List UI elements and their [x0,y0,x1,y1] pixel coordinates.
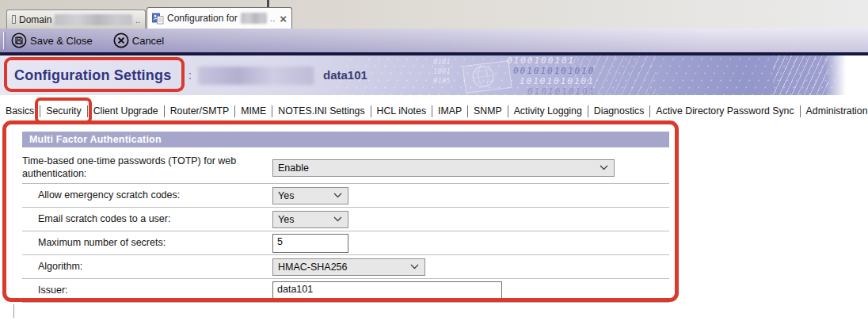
form-tab-hcl-inotes[interactable]: HCL iNotes [371,104,432,118]
field-row: Algorithm:HMAC-SHA256 [22,255,669,279]
form-tab-mime[interactable]: MIME [235,104,272,118]
field-input[interactable]: 5 [272,234,348,253]
field-label: Issuer: [22,285,268,297]
form-tab-active-directory-password-sync[interactable]: Active Directory Password Sync [650,104,799,118]
save-close-button[interactable]: Save & Close [11,32,93,48]
field-row: Email scratch codes to a user:Yes [22,208,669,231]
chevron-down-icon [410,264,419,269]
domain-tab-icon [12,15,16,24]
tab-close-icon[interactable]: × [280,13,287,25]
truncation-ellipsis: .. [135,15,140,25]
window-tab-configuration[interactable]: Configuration for .. × [147,7,292,29]
page-title: Configuration Settings [14,67,171,84]
field-label: Time-based one-time passwords (TOTP) for… [22,155,260,180]
banner-binary-digits: 0100100101001010101010101010101010101010… [507,55,596,95]
field-row: Maximum number of secrets:5 [22,231,669,255]
form-tab-security[interactable]: Security [40,104,86,118]
field-value: HMAC-SHA256 [278,262,348,273]
field-row: Time-based one-time passwords (TOTP) for… [22,152,669,184]
redacted-text [55,14,132,25]
server-name: data101 [323,68,367,82]
field-input[interactable]: data101 [272,281,502,300]
field-label: Maximum number of secrets: [22,237,268,250]
form-tab-basics[interactable]: Basics [5,104,40,118]
binary-digit-line: 0105 [433,76,451,86]
cancel-label: Cancel [132,35,164,47]
field-label: Allow emergency scratch codes: [22,189,268,202]
window-tab-label: Domain [19,14,51,25]
form-tab-imap[interactable]: IMAP [432,104,467,118]
field-select[interactable]: Yes [272,211,348,228]
save-icon [11,32,27,48]
truncation-ellipsis: .. [270,13,275,23]
configuration-doc-icon [152,13,164,25]
window-edge-artifact [267,0,269,7]
form-tab-snmp[interactable]: SNMP [468,104,508,118]
window-tab-label: Configuration for [167,13,238,24]
binary-digit-line: 0100100101 [507,55,596,66]
field-value: Enable [278,162,309,174]
field-rows: Time-based one-time passwords (TOTP) for… [22,152,669,303]
field-value: 5 [277,236,283,247]
redacted-server-path [198,67,314,85]
window-tab-domain[interactable]: Domain .. [6,10,146,29]
page-edge-artifact [13,304,14,318]
save-close-label: Save & Close [30,35,93,47]
field-row: Issuer:data101 [22,279,669,303]
field-select[interactable]: Yes [272,187,348,204]
form-tab-administration[interactable]: Administration [801,104,868,118]
field-value: Yes [278,214,294,225]
section-header: Multi Factor Authentication [22,132,669,147]
field-value: data101 [277,284,313,295]
binary-digit-line: 1001 [433,67,451,76]
form-tab-notes-ini-settings[interactable]: NOTES.INI Settings [272,104,370,118]
field-label: Algorithm: [22,261,268,273]
field-select[interactable]: Enable [272,159,615,177]
document-banner: 010110010105 010010010100101010101010101… [0,55,846,95]
redacted-text [241,13,267,24]
title-separator: : [188,69,192,82]
form-content: Multi Factor Authentication Time-based o… [22,132,669,303]
chevron-down-icon [333,216,342,222]
banner-circuit-pattern [773,55,828,95]
binary-digit-line: 001010101010 [507,66,596,76]
cancel-icon [113,32,129,48]
application-window: Domain .. Configuration for .. × [0,0,868,321]
binary-digit-line: 0101 [433,57,451,67]
window-tab-strip: Domain .. Configuration for .. × [0,0,868,29]
form-tab-bar: BasicsSecurityClient UpgradeRouter/SMTPM… [5,101,868,120]
field-select[interactable]: HMAC-SHA256 [272,258,425,276]
banner-binary-left: 010110010105 [433,57,451,86]
form-tab-activity-logging[interactable]: Activity Logging [508,104,588,118]
field-row: Allow emergency scratch codes:Yes [22,184,669,208]
chevron-down-icon [333,193,342,198]
cancel-button[interactable]: Cancel [113,32,164,48]
form-tab-client-upgrade[interactable]: Client Upgrade [88,104,164,118]
form-tab-router-smtp[interactable]: Router/SMTP [165,104,234,118]
binary-digit-line: 0101010101 [507,86,596,95]
binary-digit-line: 10101010101 [507,76,596,86]
form-tab-diagnostics[interactable]: Diagnostics [588,104,650,118]
toolbar-grip[interactable] [3,32,6,49]
field-label: Email scratch codes to a user: [22,213,268,226]
action-toolbar: Save & Close Cancel [0,29,868,52]
chevron-down-icon [600,165,608,170]
field-value: Yes [278,190,294,201]
